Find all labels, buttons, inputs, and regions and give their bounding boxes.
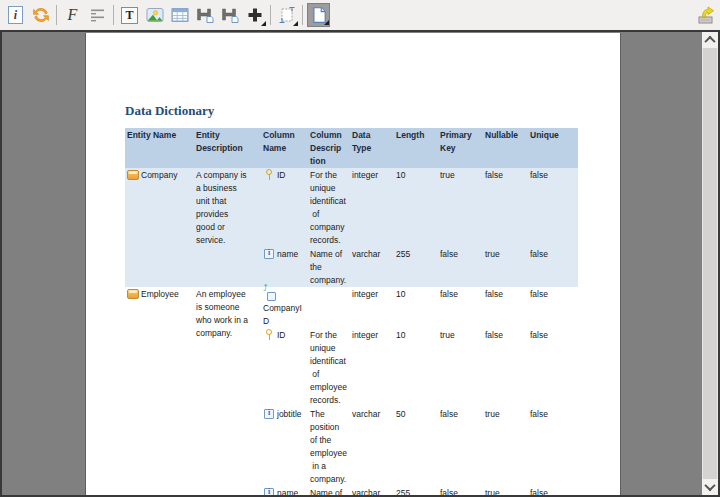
chevron-up-icon bbox=[704, 36, 715, 47]
image-icon bbox=[146, 6, 164, 24]
export-button[interactable] bbox=[694, 3, 717, 27]
length-cell: 10 bbox=[394, 328, 438, 342]
header-primary-key: Primary Key bbox=[438, 128, 483, 168]
unique-cell: false bbox=[528, 247, 578, 261]
toolbar-separator bbox=[302, 5, 303, 25]
page-footer-icon bbox=[220, 6, 240, 24]
header-column-name: Column Name bbox=[261, 128, 308, 168]
page-header-button[interactable] bbox=[193, 3, 216, 27]
table-row: jobtitle The position of the employee in… bbox=[261, 407, 578, 486]
primary-key-cell: false bbox=[438, 247, 483, 261]
table-icon bbox=[171, 6, 189, 24]
nullable-cell: false bbox=[483, 168, 528, 182]
column-name-cell: name bbox=[261, 486, 308, 497]
page-footer-button[interactable] bbox=[218, 3, 241, 27]
entity-icon bbox=[127, 288, 139, 299]
unique-cell: false bbox=[528, 287, 578, 301]
dropdown-arrow-icon bbox=[324, 20, 329, 25]
export-icon bbox=[696, 5, 716, 25]
refresh-button[interactable] bbox=[29, 3, 52, 27]
font-button[interactable]: F bbox=[61, 3, 84, 27]
header-unique: Unique bbox=[528, 128, 578, 168]
data-type-cell: integer bbox=[350, 168, 394, 182]
foreign-key-icon bbox=[264, 289, 276, 300]
entity-name: Company bbox=[141, 170, 177, 180]
info-page-icon: i bbox=[8, 6, 23, 24]
column-description-cell: The position of the employee in a compan… bbox=[308, 407, 350, 486]
toolbar: i F T bbox=[0, 0, 720, 30]
column-name: name bbox=[277, 488, 298, 497]
column-name: CompanyI D bbox=[263, 303, 302, 326]
scroll-down-button[interactable] bbox=[702, 479, 718, 495]
unique-cell: false bbox=[528, 168, 578, 182]
line-spacing-button[interactable] bbox=[86, 3, 109, 27]
report-info-button[interactable]: i bbox=[4, 3, 27, 27]
chevron-down-icon bbox=[704, 480, 715, 491]
primary-key-cell: false bbox=[438, 407, 483, 421]
primary-key-icon bbox=[263, 169, 275, 180]
data-dictionary-table: Entity Name Entity Description Column Na… bbox=[125, 128, 578, 497]
unique-cell: false bbox=[528, 328, 578, 342]
column-name: name bbox=[277, 249, 298, 259]
page-margins-button[interactable] bbox=[275, 3, 298, 27]
entity-name: Employee bbox=[141, 289, 179, 299]
column-icon bbox=[263, 248, 275, 259]
table-row: CompanyI D integer 10 false false false bbox=[261, 287, 578, 328]
column-name: ID bbox=[277, 170, 286, 180]
column-description-cell bbox=[308, 287, 350, 288]
primary-key-cell: true bbox=[438, 168, 483, 182]
column-name-cell: ID bbox=[261, 328, 308, 342]
column-description-cell: For the unique identificat of company re… bbox=[308, 168, 350, 247]
primary-key-icon bbox=[263, 329, 275, 340]
preview-area: Data Dictionary Entity Name Entity Descr… bbox=[0, 30, 720, 497]
page-header-icon bbox=[195, 6, 215, 24]
toolbar-separator bbox=[56, 5, 57, 25]
entity-group-company: Company A company is a business unit tha… bbox=[125, 168, 578, 287]
text-box-button[interactable]: T bbox=[118, 3, 141, 27]
column-icon bbox=[263, 487, 275, 497]
column-name-cell: ID bbox=[261, 168, 308, 182]
entity-name-cell: Company bbox=[125, 168, 194, 182]
entity-description-cell: An employee is someone who work in a com… bbox=[194, 287, 261, 340]
nullable-cell: true bbox=[483, 486, 528, 497]
vertical-scrollbar[interactable] bbox=[702, 32, 718, 495]
new-page-button[interactable] bbox=[307, 3, 330, 27]
entity-group-employee: Employee An employee is someone who work… bbox=[125, 287, 578, 497]
data-type-cell: varchar bbox=[350, 486, 394, 497]
insert-image-button[interactable] bbox=[143, 3, 166, 27]
data-type-cell: integer bbox=[350, 328, 394, 342]
entity-description-cell: A company is a business unit that provid… bbox=[194, 168, 261, 247]
column-name: ID bbox=[277, 330, 286, 340]
refresh-icon bbox=[32, 6, 50, 24]
dropdown-arrow-icon bbox=[261, 21, 266, 26]
nullable-cell: true bbox=[483, 407, 528, 421]
column-icon bbox=[263, 408, 275, 419]
column-description-cell: Name of the company. bbox=[308, 247, 350, 287]
entity-icon bbox=[127, 169, 139, 180]
table-row: ID For the unique identificat of company… bbox=[261, 168, 578, 247]
font-f-icon: F bbox=[68, 6, 78, 24]
document-page: Data Dictionary Entity Name Entity Descr… bbox=[86, 33, 620, 497]
length-cell: 50 bbox=[394, 407, 438, 421]
document-title: Data Dictionary bbox=[125, 103, 620, 119]
length-cell: 10 bbox=[394, 287, 438, 301]
toolbar-separator bbox=[113, 5, 114, 25]
unique-cell: false bbox=[528, 407, 578, 421]
column-name-cell: jobtitle bbox=[261, 407, 308, 421]
header-column-description: Column Descrip tion bbox=[308, 128, 350, 168]
data-type-cell: varchar bbox=[350, 247, 394, 261]
text-box-icon: T bbox=[121, 7, 138, 24]
add-element-button[interactable] bbox=[243, 3, 266, 27]
table-row: name Name of varchar 255 false true fals… bbox=[261, 486, 578, 497]
nullable-cell: false bbox=[483, 287, 528, 301]
scrollbar-thumb[interactable] bbox=[703, 48, 717, 479]
column-name-cell: CompanyI D bbox=[261, 287, 308, 328]
data-type-cell: integer bbox=[350, 287, 394, 301]
insert-table-button[interactable] bbox=[168, 3, 191, 27]
primary-key-cell: false bbox=[438, 486, 483, 497]
toolbar-separator bbox=[270, 5, 271, 25]
scroll-up-button[interactable] bbox=[702, 32, 718, 48]
nullable-cell: false bbox=[483, 328, 528, 342]
line-spacing-icon bbox=[89, 6, 107, 24]
column-description-cell: Name of bbox=[308, 486, 350, 497]
